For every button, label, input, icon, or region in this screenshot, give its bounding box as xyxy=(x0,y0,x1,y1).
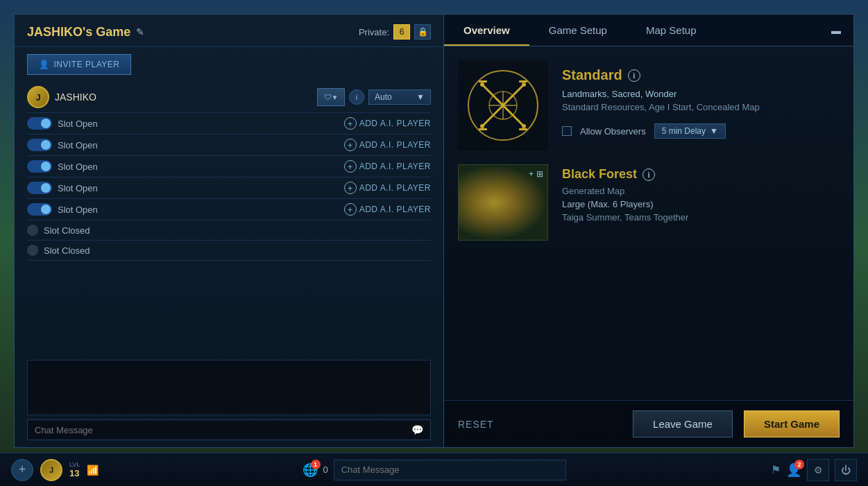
civ-arrow: ▼ xyxy=(332,94,339,101)
host-avatar: J xyxy=(27,86,49,108)
map-size: Large (Max. 6 Players) xyxy=(562,199,840,209)
private-section: Private: 6 🔒 xyxy=(359,24,431,40)
reset-button[interactable]: RESET xyxy=(458,419,494,430)
bottom-action-bar: RESET Leave Game Start Game xyxy=(444,400,853,447)
game-title-group: JASHIKO's Game ✎ xyxy=(27,25,144,40)
tab-game-setup[interactable]: Game Setup xyxy=(529,15,627,46)
mode-title-row: Standard i xyxy=(562,67,840,83)
map-biome: Taiga Summer, Teams Together xyxy=(562,212,840,223)
game-mode-card: Standard i Landmarks, Sacred, Wonder Sta… xyxy=(458,60,840,150)
add-ai-btn-3[interactable]: + ADD A.I. PLAYER xyxy=(344,160,431,173)
taskbar-settings-button[interactable]: ⚙ xyxy=(807,459,829,481)
number-badge[interactable]: 6 xyxy=(393,24,410,40)
allow-observers-checkbox[interactable] xyxy=(562,126,572,136)
slot-closed-label-2: Slot Closed xyxy=(44,245,431,256)
slot-label-5: Slot Open xyxy=(58,205,339,215)
map-zoom-icon: + xyxy=(529,169,534,179)
slot-toggle-5[interactable] xyxy=(27,203,52,216)
taskbar-chat-area: 🌐 1 0 xyxy=(303,460,566,480)
slot-toggle-4[interactable] xyxy=(27,182,52,194)
map-info: Black Forest i Generated Map Large (Max.… xyxy=(562,164,840,223)
taskbar-flag-icon[interactable]: ⚑ xyxy=(771,463,781,476)
main-container: JASHIKO's Game ✎ Private: 6 🔒 👤 INVITE P… xyxy=(14,14,854,448)
slot-label-1: Slot Open xyxy=(58,119,339,129)
svg-point-13 xyxy=(522,124,526,128)
add-ai-btn-4[interactable]: + ADD A.I. PLAYER xyxy=(344,182,431,194)
svg-point-12 xyxy=(480,124,484,128)
plus-circle-4: + xyxy=(344,182,357,194)
slot-row-closed-1: Slot Closed xyxy=(27,220,431,241)
map-info-icon[interactable]: i xyxy=(643,168,655,181)
chat-bubble-icon: 💬 xyxy=(411,424,423,435)
svg-point-10 xyxy=(480,83,484,87)
taskbar-right-icons: ⚑ 👤 2 ⚙ ⏻ xyxy=(771,459,857,481)
taskbar-chat-input[interactable] xyxy=(334,460,566,480)
overview-content: Standard i Landmarks, Sacred, Wonder Sta… xyxy=(444,46,853,400)
taskbar-add-icon: + xyxy=(19,462,26,477)
game-title-text: JASHIKO's Game xyxy=(27,25,130,40)
map-overlay-icons: + ⊞ xyxy=(529,169,543,179)
taskbar-notification-2[interactable]: 👤 2 xyxy=(786,462,801,478)
allow-observers-label: Allow Observers xyxy=(580,126,646,137)
map-title-row: Black Forest i xyxy=(562,167,840,182)
host-controls: 🛡 ▼ i Auto ▼ xyxy=(317,88,431,106)
taskbar-add-button[interactable]: + xyxy=(11,459,33,481)
chat-input-row: 💬 xyxy=(27,419,431,440)
add-ai-label-1: ADD A.I. PLAYER xyxy=(359,119,431,128)
slot-row-1: Slot Open + ADD A.I. PLAYER xyxy=(27,113,431,134)
tabs-bar: Overview Game Setup Map Setup ▬ xyxy=(444,15,853,46)
leave-game-button[interactable]: Leave Game xyxy=(633,410,733,437)
tab-overview[interactable]: Overview xyxy=(444,15,529,46)
lock-icon[interactable]: 🔒 xyxy=(414,24,431,40)
auto-dropdown[interactable]: Auto ▼ xyxy=(368,89,431,105)
left-header: JASHIKO's Game ✎ Private: 6 🔒 xyxy=(15,15,443,47)
slot-row-3: Slot Open + ADD A.I. PLAYER xyxy=(27,156,431,177)
add-ai-label-5: ADD A.I. PLAYER xyxy=(359,205,431,214)
tab-map-setup[interactable]: Map Setup xyxy=(627,15,716,46)
invite-label: INVITE PLAYER xyxy=(54,60,120,69)
left-panel: JASHIKO's Game ✎ Private: 6 🔒 👤 INVITE P… xyxy=(14,14,444,448)
plus-circle-3: + xyxy=(344,160,357,173)
add-ai-label-2: ADD A.I. PLAYER xyxy=(359,140,431,150)
svg-point-11 xyxy=(522,83,526,87)
map-card: + ⊞ Black Forest i Generated Map Large (… xyxy=(458,164,840,241)
host-row: J JASHIKO 🛡 ▼ i Auto ▼ xyxy=(27,82,431,113)
map-title-text: Black Forest xyxy=(562,167,637,182)
plus-circle-5: + xyxy=(344,203,357,216)
add-ai-btn-2[interactable]: + ADD A.I. PLAYER xyxy=(344,139,431,151)
taskbar-avatar: J xyxy=(40,459,62,481)
taskbar-notification-1[interactable]: 🌐 1 xyxy=(303,462,318,478)
svg-rect-5 xyxy=(479,128,487,130)
auto-label: Auto xyxy=(375,92,392,102)
slot-label-2: Slot Open xyxy=(58,140,339,150)
info-button[interactable]: i xyxy=(349,89,364,105)
chat-input-field[interactable] xyxy=(35,425,406,435)
taskbar-power-button[interactable]: ⏻ xyxy=(835,459,857,481)
delay-arrow: ▼ xyxy=(710,126,718,136)
svg-rect-6 xyxy=(519,128,527,130)
slot-toggle-3[interactable] xyxy=(27,160,52,173)
host-name: JASHIKO xyxy=(55,92,312,103)
mode-subtitle: Landmarks, Sacred, Wonder xyxy=(562,89,840,99)
map-thumbnail: + ⊞ xyxy=(458,164,548,241)
mode-info-icon[interactable]: i xyxy=(628,69,640,82)
svg-rect-4 xyxy=(519,80,527,83)
slot-label-4: Slot Open xyxy=(58,183,339,193)
add-ai-btn-5[interactable]: + ADD A.I. PLAYER xyxy=(344,203,431,216)
slot-toggle-1[interactable] xyxy=(27,117,52,130)
start-game-button[interactable]: Start Game xyxy=(744,410,840,437)
edit-icon[interactable]: ✎ xyxy=(136,26,144,37)
slot-toggle-2[interactable] xyxy=(27,139,52,151)
panel-close-btn[interactable]: ▬ xyxy=(819,15,853,46)
invite-player-button[interactable]: 👤 INVITE PLAYER xyxy=(27,54,131,75)
observers-row: Allow Observers 5 min Delay ▼ xyxy=(562,123,840,139)
taskbar-power-icon: ⏻ xyxy=(841,465,851,476)
civ-select-btn[interactable]: 🛡 ▼ xyxy=(317,88,345,106)
slot-label-3: Slot Open xyxy=(58,162,339,172)
game-mode-crest xyxy=(458,60,548,150)
closed-dot-1 xyxy=(27,225,38,236)
taskbar-wifi-icon: 📶 xyxy=(87,465,99,476)
slot-row-5: Slot Open + ADD A.I. PLAYER xyxy=(27,199,431,220)
add-ai-btn-1[interactable]: + ADD A.I. PLAYER xyxy=(344,117,431,130)
delay-dropdown[interactable]: 5 min Delay ▼ xyxy=(654,123,726,139)
